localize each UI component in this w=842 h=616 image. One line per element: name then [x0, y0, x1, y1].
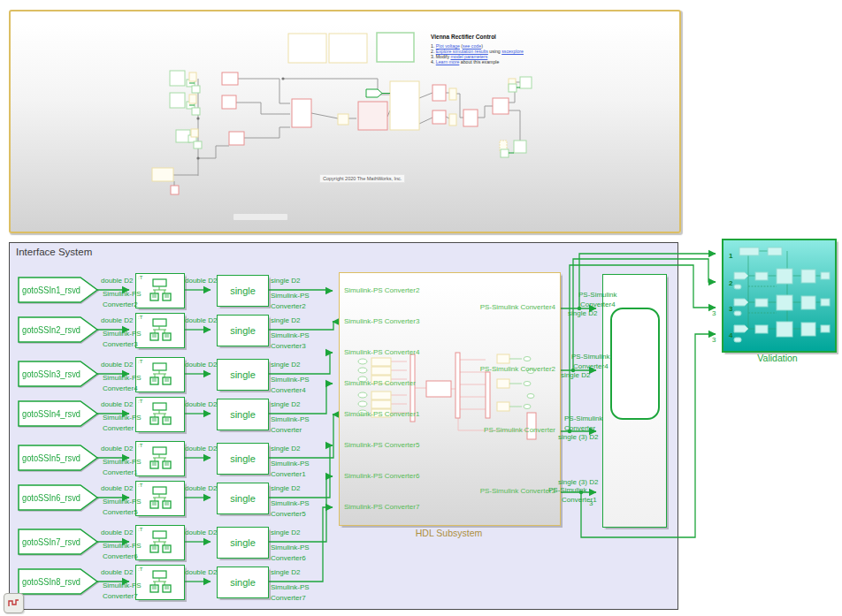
wire-name-label: PS-Simulink: [578, 292, 617, 300]
goto-label: gotoSSIn5_rsvd: [22, 452, 80, 463]
converter-icon: [142, 278, 178, 304]
simulink-ps-converter-block[interactable]: :T: [135, 441, 185, 476]
simulink-ps-converter-block[interactable]: :T: [135, 525, 185, 560]
block-name-label: Converter7: [103, 593, 138, 601]
rounded-subsystem-block[interactable]: [602, 274, 667, 528]
converter-icon: [142, 317, 178, 344]
hdl-subsystem-block[interactable]: Simulink-PS Converter2Simulink-PS Conver…: [339, 272, 561, 526]
hdl-input-port-label: Simulink-PS Converter2: [344, 287, 419, 295]
hdl-input-port-label: Simulink-PS Converter4: [344, 349, 419, 357]
single-label: single: [230, 409, 256, 420]
wire-signal-label: single D2: [568, 310, 597, 318]
simulink-ps-converter-block[interactable]: :T: [135, 481, 185, 516]
block-name-label: Converter2: [271, 303, 306, 311]
block-name-label: Converter3: [271, 343, 306, 351]
signal-label-double-d2: double D2: [101, 485, 133, 493]
simulink-ps-converter-block[interactable]: :T: [135, 397, 185, 432]
wire-name-label: Converter4: [580, 301, 616, 309]
simulink-ps-converter-block[interactable]: :T: [135, 273, 185, 308]
goto-label: gotoSSIn3_rsvd: [22, 369, 80, 379]
wire-name-label: Converter4: [573, 363, 609, 371]
signal-label-single-d2: single D2: [271, 317, 300, 325]
block-name-label: Simulink-PS: [271, 500, 310, 508]
simulink-ps-converter-block[interactable]: :T: [135, 357, 185, 392]
signal-label-double-d2: double D2: [185, 317, 217, 325]
goto-label: gotoSSIn2_rsvd: [22, 324, 80, 335]
signal-label-single-d2: single D2: [271, 529, 300, 537]
goto-label: gotoSSIn8_rsvd: [22, 576, 80, 587]
hdl-input-port-label: Simulink-PS Converter7: [344, 504, 419, 512]
single-label: single: [230, 453, 256, 464]
wire-name-label: Converter: [564, 425, 595, 433]
hdl-output-port-label: PS-Simulink Converter4: [423, 304, 555, 312]
block-name-label: Converter5: [103, 509, 138, 517]
hdl-input-port-label: Simulink-PS Converter5: [344, 442, 419, 450]
signal-label-double-d2: double D2: [185, 401, 217, 409]
block-name-label: Converter: [271, 427, 302, 435]
signal-label-double-d2: double D2: [101, 569, 133, 577]
block-name-label: Simulink-PS: [103, 291, 142, 299]
signal-label-single-d2: single D2: [271, 361, 300, 369]
signal-width-label: 3: [589, 500, 593, 508]
goto-label: gotoSSIn1_rsvd: [22, 285, 80, 295]
goto-block[interactable]: gotoSSIn7_rsvd: [18, 529, 99, 555]
block-name-label: Converter: [103, 425, 134, 433]
simulink-ps-converter-block[interactable]: :T: [135, 565, 185, 600]
goto-label: gotoSSIn6_rsvd: [22, 492, 80, 503]
signal-label-double-d2: double D2: [185, 445, 217, 453]
data-type-conversion-block[interactable]: single: [217, 359, 269, 391]
converter-icon: [142, 529, 178, 556]
hdl-output-port-label: PS-Simulink Converter3: [423, 488, 555, 496]
signal-label-double-d2: double D2: [185, 485, 217, 493]
goto-block[interactable]: gotoSSIn8_rsvd: [18, 568, 99, 595]
goto-block[interactable]: gotoSSIn2_rsvd: [18, 316, 99, 343]
data-type-conversion-block[interactable]: single: [217, 275, 269, 307]
block-name-label: Simulink-PS: [271, 544, 310, 552]
goto-block[interactable]: gotoSSIn6_rsvd: [18, 484, 99, 511]
signal-label-double-d2: double D2: [101, 445, 133, 453]
signal-step-icon: [4, 594, 23, 612]
signal-label-double-d2: double D2: [185, 278, 217, 285]
data-type-conversion-block[interactable]: single: [217, 567, 269, 598]
data-type-conversion-block[interactable]: single: [217, 315, 269, 346]
goto-block[interactable]: gotoSSIn4_rsvd: [18, 400, 99, 427]
validation-thumbnail-art: [723, 240, 831, 347]
simulink-ps-converter-block[interactable]: :T: [135, 313, 185, 348]
block-name-label: Simulink-PS: [103, 375, 142, 383]
hdl-input-port-label: Simulink-PS Converter1: [344, 411, 419, 419]
single-label: single: [230, 577, 256, 588]
validation-port-2[interactable]: 2: [729, 279, 732, 287]
validation-port-4[interactable]: 4: [729, 331, 732, 339]
data-type-conversion-block[interactable]: single: [217, 483, 269, 514]
converter-icon: [142, 361, 178, 388]
signal-label-double-d2: double D2: [185, 361, 217, 369]
goto-block[interactable]: gotoSSIn1_rsvd: [18, 277, 99, 303]
block-name-label: Simulink-PS: [103, 331, 142, 338]
signal-label-single-d2: single D2: [271, 485, 300, 493]
signal-label-single-d2: single D2: [271, 569, 300, 577]
signal-label-double-d2: double D2: [185, 529, 217, 537]
data-type-conversion-block[interactable]: single: [217, 527, 269, 559]
signal-label-double-d2: double D2: [185, 569, 217, 577]
validation-port-1[interactable]: 1: [729, 252, 732, 260]
signal-width-label: 3: [712, 337, 716, 345]
validation-port-3[interactable]: 3: [729, 305, 732, 313]
goto-block[interactable]: gotoSSIn3_rsvd: [18, 361, 99, 387]
validation-name: Validation: [722, 353, 833, 363]
validation-block[interactable]: 1 2 3 4: [722, 239, 837, 353]
block-name-label: Simulink-PS: [271, 416, 310, 424]
goto-block[interactable]: gotoSSIn5_rsvd: [18, 445, 99, 471]
block-name-label: Converter3: [103, 341, 138, 349]
signal-label-double-d2: double D2: [101, 361, 133, 369]
block-name-label: Simulink-PS: [271, 376, 310, 384]
data-type-conversion-block[interactable]: single: [217, 399, 269, 430]
simulink-canvas: Vienna Rectifier Control 1. Plot voltage…: [0, 0, 842, 616]
hdl-input-port-label: Simulink-PS Converter: [344, 380, 416, 388]
signal-label-double-d2: double D2: [101, 317, 133, 325]
data-type-conversion-block[interactable]: single: [217, 443, 269, 475]
wire-name-label: PS-Simulink: [548, 487, 587, 495]
wire-name-label: PS-Simulink: [571, 354, 610, 361]
rounded-rect-icon: [610, 308, 660, 420]
block-name-label: Simulink-PS: [103, 414, 142, 422]
sample-time-legend-badge[interactable]: [4, 593, 24, 613]
